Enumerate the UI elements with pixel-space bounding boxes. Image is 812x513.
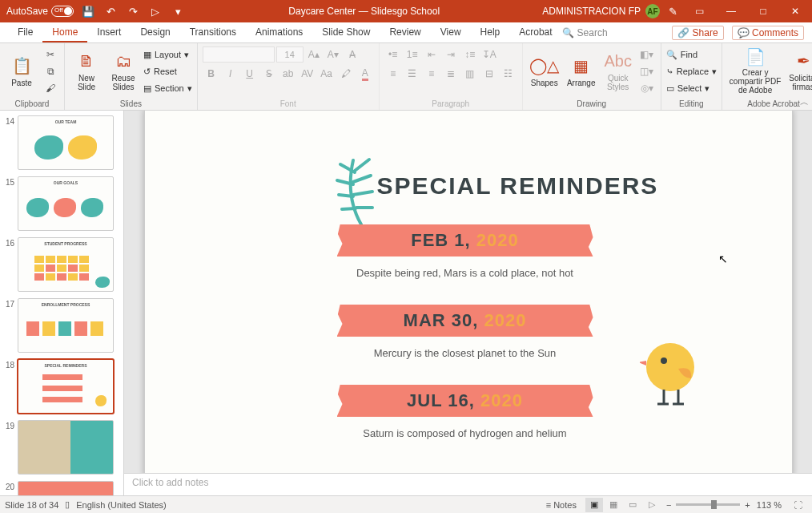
reminder-banner-2[interactable]: MAR 30, 2020 xyxy=(345,305,585,337)
tab-animations[interactable]: Animations xyxy=(246,22,312,42)
slideshow-view-icon[interactable]: ▷ xyxy=(643,498,661,512)
fit-window-icon[interactable]: ⛶ xyxy=(789,498,806,512)
shape-fill-icon[interactable]: ◧▾ xyxy=(638,46,656,63)
tab-design[interactable]: Design xyxy=(131,22,179,42)
reading-view-icon[interactable]: ▭ xyxy=(624,498,641,512)
cut-icon[interactable]: ✂ xyxy=(42,46,59,63)
strikethrough-icon[interactable]: S̶ xyxy=(260,66,278,82)
format-painter-icon[interactable]: 🖌 xyxy=(42,80,59,96)
quick-styles-button[interactable]: AbcQuick Styles xyxy=(601,46,635,95)
decrease-font-icon[interactable]: A▾ xyxy=(324,46,342,63)
reset-button[interactable]: ↺ Reset xyxy=(143,63,192,79)
smartart-icon[interactable]: ☷ xyxy=(500,66,517,82)
sorter-view-icon[interactable]: ▦ xyxy=(605,498,622,512)
tab-view[interactable]: View xyxy=(431,22,471,42)
underline-icon[interactable]: U xyxy=(241,66,259,82)
font-color-icon[interactable]: A xyxy=(356,66,374,82)
tab-slideshow[interactable]: Slide Show xyxy=(312,22,380,42)
zoom-in-icon[interactable]: + xyxy=(745,500,750,510)
align-center-icon[interactable]: ☰ xyxy=(404,66,421,82)
group-paragraph: •≡ 1≡ ⇤ ⇥ ↕≡ ↧A ≡ ☰ ≡ ≣ ▥ ⊟ ☷ Paragraph xyxy=(380,43,523,110)
shapes-icon: ◯△ xyxy=(533,55,556,77)
italic-icon[interactable]: I xyxy=(222,66,239,82)
share-button[interactable]: 🔗 Share xyxy=(672,26,723,40)
numbering-icon[interactable]: 1≡ xyxy=(404,46,421,63)
accessibility-icon[interactable]: ▯ xyxy=(65,499,70,510)
bold-icon[interactable]: B xyxy=(203,66,220,82)
increase-font-icon[interactable]: A▴ xyxy=(305,46,323,63)
adobe-sign-button[interactable]: ✒Solicitar firmas xyxy=(786,46,812,95)
reminder-banner-3[interactable]: JUL 16, 2020 xyxy=(345,385,585,417)
tab-transitions[interactable]: Transitions xyxy=(180,22,246,42)
slide-canvas-area[interactable]: SPECIAL REMINDERS FEB 1, 2020 Despite be… xyxy=(124,111,812,473)
bullets-icon[interactable]: •≡ xyxy=(384,46,402,63)
autosave-toggle[interactable]: AutoSave Off xyxy=(6,6,74,17)
arrange-button[interactable]: ▦Arrange xyxy=(565,46,598,95)
reminder-desc-2[interactable]: Mercury is the closest planet to the Sun xyxy=(305,347,625,359)
user-avatar[interactable]: AF xyxy=(645,4,660,18)
reuse-slides-button[interactable]: 🗂Reuse Slides xyxy=(107,46,140,95)
adobe-share-button[interactable]: 📄Crear y compartir PDF de Adobe xyxy=(727,46,783,95)
slide-title[interactable]: SPECIAL REMINDERS xyxy=(377,172,659,200)
coming-soon-icon[interactable]: ✎ xyxy=(665,3,681,19)
reminder-banner-1[interactable]: FEB 1, 2020 xyxy=(345,224,585,256)
spacing-icon[interactable]: AV xyxy=(299,66,316,82)
reminder-desc-3[interactable]: Saturn is composed of hydrogen and heliu… xyxy=(305,427,625,439)
zoom-out-icon[interactable]: − xyxy=(666,500,671,510)
notes-toggle[interactable]: ≡ Notes xyxy=(546,500,577,510)
collapse-ribbon-icon[interactable]: ︿ xyxy=(800,96,809,108)
normal-view-icon[interactable]: ▣ xyxy=(585,498,603,512)
close-button[interactable]: ✕ xyxy=(782,0,809,22)
shadow-icon[interactable]: ab xyxy=(279,66,297,82)
justify-icon[interactable]: ≣ xyxy=(442,66,460,82)
align-right-icon[interactable]: ≡ xyxy=(423,66,440,82)
maximize-button[interactable]: □ xyxy=(750,0,777,22)
select-button[interactable]: ▭ Select ▾ xyxy=(666,80,710,96)
change-case-icon[interactable]: Aa xyxy=(318,66,336,82)
zoom-level[interactable]: 113 % xyxy=(757,500,782,510)
new-slide-button[interactable]: 🗎New Slide xyxy=(70,46,103,95)
ribbon-display-icon[interactable]: ▭ xyxy=(685,0,713,22)
tab-home[interactable]: Home xyxy=(42,22,87,42)
columns-icon[interactable]: ▥ xyxy=(461,66,479,82)
align-text-icon[interactable]: ⊟ xyxy=(480,66,498,82)
slide-counter[interactable]: Slide 18 of 34 xyxy=(5,500,58,510)
shape-effects-icon[interactable]: ◎▾ xyxy=(638,80,656,96)
text-direction-icon[interactable]: ↧A xyxy=(480,46,498,63)
tell-me-search[interactable]: 🔍Search xyxy=(562,22,608,42)
find-button[interactable]: 🔍 Find xyxy=(666,46,697,63)
highlight-icon[interactable]: 🖍 xyxy=(337,66,355,82)
save-icon[interactable]: 💾 xyxy=(80,3,96,19)
slide-canvas[interactable]: SPECIAL REMINDERS FEB 1, 2020 Despite be… xyxy=(144,111,793,473)
paste-button[interactable]: 📋Paste xyxy=(5,46,38,95)
notes-pane[interactable]: Click to add notes xyxy=(124,473,812,495)
font-size-combo[interactable]: 14 xyxy=(276,46,303,63)
minimize-button[interactable]: — xyxy=(718,0,745,22)
tab-acrobat[interactable]: Acrobat xyxy=(509,22,561,42)
shape-outline-icon[interactable]: ◫▾ xyxy=(638,63,656,79)
slide-thumbnails-panel[interactable]: 14 OUR TEAM 15 OUR GOALS 16 STUDENT PROG… xyxy=(0,111,124,495)
zoom-slider[interactable] xyxy=(676,503,740,506)
align-left-icon[interactable]: ≡ xyxy=(384,66,402,82)
undo-icon[interactable]: ↶ xyxy=(103,3,119,19)
start-from-beginning-icon[interactable]: ▷ xyxy=(147,3,163,19)
clear-format-icon[interactable]: A̶ xyxy=(344,46,361,63)
shapes-button[interactable]: ◯△Shapes xyxy=(528,46,561,95)
redo-icon[interactable]: ↷ xyxy=(125,3,141,19)
tab-insert[interactable]: Insert xyxy=(87,22,131,42)
indent-left-icon[interactable]: ⇤ xyxy=(423,46,440,63)
font-family-combo[interactable] xyxy=(203,46,275,63)
copy-icon[interactable]: ⧉ xyxy=(42,63,59,79)
indent-right-icon[interactable]: ⇥ xyxy=(442,46,460,63)
language-status[interactable]: English (United States) xyxy=(76,500,167,510)
layout-button[interactable]: ▦ Layout ▾ xyxy=(143,46,192,63)
tab-review[interactable]: Review xyxy=(380,22,430,42)
tab-file[interactable]: File xyxy=(8,22,42,42)
qat-customize-icon[interactable]: ▾ xyxy=(170,3,186,19)
reminder-desc-1[interactable]: Despite being red, Mars is a cold place,… xyxy=(305,267,625,279)
line-spacing-icon[interactable]: ↕≡ xyxy=(461,46,479,63)
comments-button[interactable]: 💬 Comments xyxy=(732,26,804,40)
section-button[interactable]: ▤ Section ▾ xyxy=(143,80,192,96)
tab-help[interactable]: Help xyxy=(471,22,510,42)
replace-button[interactable]: ⤷ Replace ▾ xyxy=(666,63,717,79)
